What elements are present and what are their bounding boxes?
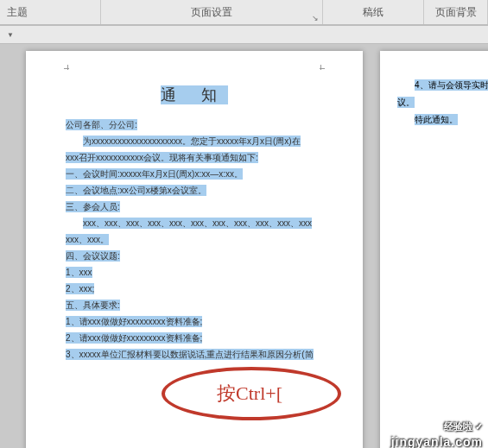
ribbon-group-page-background: 页面背景 <box>424 0 488 24</box>
doc-line: 公司各部、分公司: <box>66 117 323 133</box>
page-content: 4、请与会领导实时 议。 特此通知。 <box>380 51 488 137</box>
dropdown-arrow-icon[interactable]: ▼ <box>3 29 17 41</box>
doc-line: 4、请与会领导实时 <box>397 77 488 94</box>
doc-line: 一、会议时间:xxxxx年x月x日(周x)x:xx—x:xx。 <box>66 166 323 182</box>
doc-line: 议。 <box>397 94 488 111</box>
check-icon: ✓ <box>475 421 483 432</box>
doc-line: 二、会议地点:xx公司x楼第x会议室。 <box>66 182 323 199</box>
ribbon-bar: 主题 页面设置 ↘ 稿纸 页面背景 <box>0 0 488 26</box>
doc-title: 通 知 <box>66 77 323 113</box>
ribbon-group-theme: 主题 <box>0 0 101 24</box>
document-page-1[interactable]: 通 知 公司各部、分公司: 为xxxxxxxxxxxxxxxxxxxxx。您定于… <box>26 51 363 448</box>
ribbon-label-page-background: 页面背景 <box>435 5 477 20</box>
watermark-url: jingyanla.com <box>391 435 483 448</box>
watermark-text: 经验啦 ✓ <box>444 420 483 433</box>
doc-line: 2、请xxx做做好xxxxxxxxx资料准备; <box>66 330 323 346</box>
doc-line: 为xxxxxxxxxxxxxxxxxxxxx。您定于xxxxx年x月x日(周x)… <box>66 133 323 149</box>
dialog-launcher-icon[interactable]: ↘ <box>312 14 320 22</box>
doc-line: 2、xxx; <box>66 281 323 297</box>
doc-line: 特此通知。 <box>397 111 488 129</box>
doc-line: xxx召开xxxxxxxxxxx会议。现将有关事项通知如下: <box>66 149 323 166</box>
margin-marks <box>67 68 321 77</box>
doc-line: xxx、xxx、xxx、xxx、xxx、xxx、xxx、xxx、xxx、xxx、… <box>66 215 323 231</box>
page-content: 通 知 公司各部、分公司: 为xxxxxxxxxxxxxxxxxxxxx。您定于… <box>26 51 363 371</box>
ribbon-group-page-setup: 页面设置 ↘ <box>101 0 323 24</box>
document-page-2[interactable]: 4、请与会领导实时 议。 特此通知。 <box>380 51 488 448</box>
doc-line: 1、xxx <box>66 264 323 281</box>
doc-line: 3、xxxxx单位汇报材料要以数据说话,重点进行结果和原因分析(简 <box>66 346 323 363</box>
ribbon-label-page-setup: 页面设置 <box>191 5 232 20</box>
ribbon-group-manuscript: 稿纸 <box>323 0 424 24</box>
doc-line: 1、请xxx做做好xxxxxxxxx资料准备; <box>66 313 323 330</box>
doc-line: 五、具体要求: <box>66 297 323 313</box>
workspace[interactable]: 通 知 公司各部、分公司: 为xxxxxxxxxxxxxxxxxxxxx。您定于… <box>0 44 488 448</box>
quick-access-subbar: ▼ <box>0 26 488 44</box>
ribbon-label-manuscript: 稿纸 <box>363 5 383 20</box>
ribbon-label-theme: 主题 <box>7 5 28 20</box>
doc-line: xxx、xxx。 <box>66 231 323 248</box>
doc-line: 三、参会人员: <box>66 199 323 215</box>
doc-line: 四、会议议题: <box>66 248 323 264</box>
